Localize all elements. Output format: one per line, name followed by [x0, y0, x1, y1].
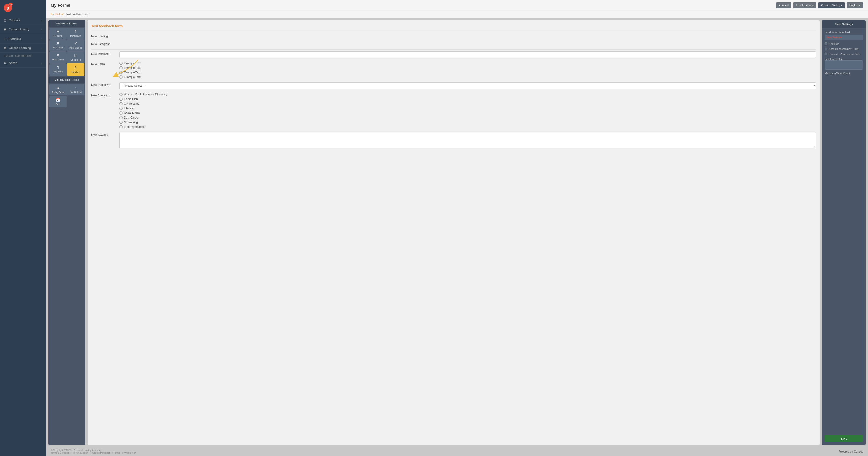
content-library-icon: ▣ [4, 28, 6, 31]
language-selector[interactable]: English ▾ [846, 2, 863, 8]
specialised-fields-title: Specialised Fields [49, 77, 85, 83]
presenter-assessment-checkbox[interactable] [825, 53, 828, 55]
file-upload-icon: ↑ [75, 86, 77, 90]
field-date[interactable]: 📅 Date [49, 96, 67, 108]
sidebar-item-guided-learning[interactable]: ▦ Guided Learning › [0, 44, 46, 53]
checkbox-group: Who am I? - Behavioural Discovery Game P… [119, 93, 816, 129]
breadcrumb-parent[interactable]: Forms List [51, 13, 64, 16]
checkbox-button[interactable] [119, 93, 123, 96]
field-drop-down[interactable]: ▼ Drop Down [49, 52, 67, 63]
breadcrumb: Forms List / Test feedback form [46, 11, 868, 18]
form-row-heading: New Heading [91, 34, 816, 38]
field-heading[interactable]: H Heading [49, 28, 67, 39]
breadcrumb-current: Test feedback form [66, 13, 89, 16]
chevron-down-icon: ▾ [859, 4, 861, 7]
censeo-logo: Powered by Censeo [838, 450, 863, 453]
checkbox-item: Entrepreneurship [119, 125, 816, 129]
logo-icon: g 20 [4, 4, 12, 12]
text-input-content [119, 52, 816, 58]
save-button[interactable]: Save [825, 435, 863, 442]
required-checkbox[interactable] [825, 42, 828, 45]
sidebar-item-courses[interactable]: ▤ Courses › [0, 16, 46, 25]
number-icon: # [75, 66, 77, 70]
radio-button[interactable] [119, 66, 123, 69]
form-row-textarea: New Textarea [91, 132, 816, 149]
checkbox-item: Interview [119, 107, 816, 110]
specialised-fields-grid: ★ Rating Scale ↑ File Upload 📅 Date [49, 83, 85, 108]
privacy-link[interactable]: Privacy policy [74, 452, 89, 454]
participation-link[interactable]: Course Participation Terms [92, 452, 120, 454]
textarea-field[interactable] [119, 132, 816, 148]
required-label: Required [829, 42, 839, 45]
required-option: Required [825, 42, 863, 45]
form-settings-button[interactable]: ⚙ Form Settings [818, 2, 845, 8]
main-content: My Forms Preview Email Settings ⚙ Form S… [46, 0, 868, 456]
right-panel-title: Field Settings [822, 20, 866, 28]
field-number[interactable]: # Number [67, 63, 84, 76]
text-input-field[interactable] [119, 52, 816, 58]
dropdown-select[interactable]: -- Please Select -- [119, 82, 816, 89]
session-assessment-checkbox[interactable] [825, 48, 828, 50]
form-title: Test feedback form [91, 24, 816, 30]
preview-button[interactable]: Preview [776, 2, 792, 8]
right-panel-body: Label for textarea field New Textarea Re… [822, 28, 866, 445]
powered-by-text: Powered by [838, 450, 853, 453]
checkbox-button[interactable] [119, 97, 123, 101]
checkbox-button[interactable] [119, 121, 123, 124]
text-input-label: New Text Input [91, 52, 117, 56]
field-file-upload[interactable]: ↑ File Upload [67, 84, 84, 95]
radio-button[interactable] [119, 76, 123, 79]
text-input-icon: A [57, 41, 59, 46]
field-text-input[interactable]: A Text Input [49, 39, 67, 51]
sidebar-item-pathways[interactable]: ◎ Pathways › [0, 34, 46, 44]
dropdown-label: New Dropdown [91, 82, 117, 86]
radio-item: Example Text [119, 76, 816, 79]
paragraph-label: New Paragraph [91, 41, 117, 46]
copyright: © Copyright 2023 The Censeo Learning Aca… [51, 449, 138, 452]
pathways-icon: ◎ [4, 37, 6, 40]
radio-item: Example Text [119, 71, 816, 74]
checkbox-button[interactable] [119, 102, 123, 106]
textarea-label: New Textarea [91, 132, 117, 136]
sidebar-item-label: Pathways [8, 37, 22, 40]
tooltip-section: Label for Tooltip [825, 58, 863, 70]
sidebar-item-content-library[interactable]: ▣ Content Library › [0, 25, 46, 34]
checkbox-item: Game Plan [119, 97, 816, 101]
checkbox-item: Social Media [119, 111, 816, 115]
dropdown-content: -- Please Select -- [119, 82, 816, 89]
content-area: Standard Fields H Heading ¶ Paragraph A … [46, 18, 868, 447]
radio-item: Example Text [119, 66, 816, 69]
paragraph-icon: ¶ [75, 30, 77, 34]
session-assessment-checkbox-row: Session Assessment Field [825, 48, 863, 50]
checkbox-button[interactable] [119, 107, 123, 110]
field-checkbox[interactable]: ☑ Checkbox [67, 52, 84, 63]
top-bar-actions: Preview Email Settings ⚙ Form Settings E… [776, 2, 863, 8]
field-multi-choice[interactable]: ✔ Multi Choice [67, 39, 84, 51]
word-count-section: Maximum Word Count [825, 72, 863, 75]
radio-button[interactable] [119, 71, 123, 74]
presenter-assessment-option: Presenter Assessment Field [825, 53, 863, 55]
tooltip-input[interactable] [825, 60, 863, 70]
session-assessment-option: Session Assessment Field [825, 48, 863, 50]
checkbox-icon: ☑ [74, 53, 78, 58]
field-text-area[interactable]: ¶ Text Area [49, 63, 67, 76]
top-bar: My Forms Preview Email Settings ⚙ Form S… [46, 0, 868, 11]
word-count-label: Maximum Word Count [825, 72, 863, 75]
form-row-text-input: New Text Input [91, 52, 816, 58]
email-settings-button[interactable]: Email Settings [793, 2, 816, 8]
sidebar-item-label: Content Library [9, 28, 29, 31]
required-checkbox-row: Required [825, 42, 863, 45]
field-paragraph[interactable]: ¶ Paragraph [67, 28, 84, 39]
form-row-paragraph: New Paragraph [91, 41, 816, 46]
checkbox-button[interactable] [119, 116, 123, 119]
what-new-link[interactable]: What is New [123, 452, 136, 454]
field-rating-scale[interactable]: ★ Rating Scale [49, 84, 67, 95]
checkbox-button[interactable] [119, 111, 123, 115]
textarea-preview: New Textarea [825, 35, 863, 40]
page-title: My Forms [51, 3, 70, 8]
footer: © Copyright 2023 The Censeo Learning Aca… [46, 447, 868, 456]
checkbox-button[interactable] [119, 125, 123, 129]
sidebar-item-admin[interactable]: ⚙ Admin › [0, 58, 46, 67]
terms-link[interactable]: Terms & Conditions [51, 452, 71, 454]
radio-button[interactable] [119, 62, 123, 65]
